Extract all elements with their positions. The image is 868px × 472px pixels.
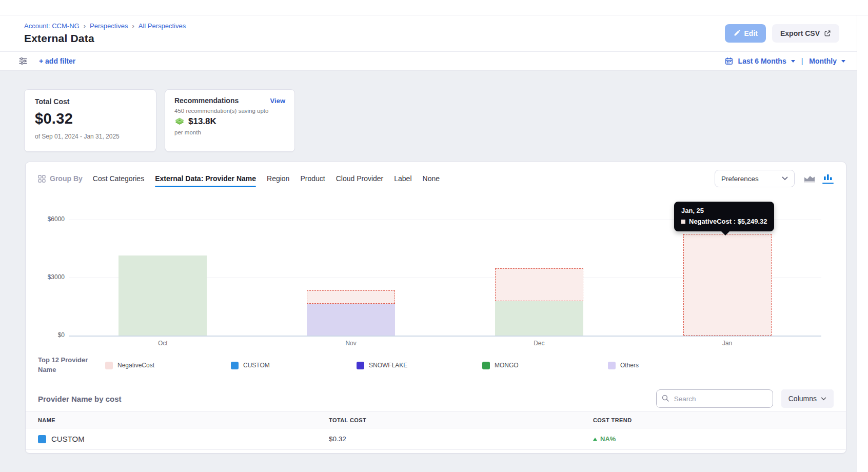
edit-button[interactable]: Edit [725,24,766,43]
breadcrumb-separator: › [84,22,86,30]
legend-label: CUSTOM [243,362,270,369]
y-axis-tick: $0 [38,331,65,339]
breadcrumb-item[interactable]: Perspectives [90,22,128,30]
area-chart-icon [804,174,815,183]
tab-product[interactable]: Product [300,171,325,186]
group-by-label: Group By [50,174,83,183]
area-chart-toggle[interactable] [804,174,815,183]
y-axis-tick: $6000 [38,215,65,223]
table-header-row: NAME TOTAL COST COST TREND [26,411,846,428]
column-header-name[interactable]: NAME [38,417,329,423]
calendar-icon [725,57,733,65]
tab-cloud-provider[interactable]: Cloud Provider [336,171,384,186]
filter-bar: + add filter Last 6 Months | Monthly [0,51,868,71]
x-axis-label: Jan [633,340,821,347]
bar-jan[interactable] [683,234,772,336]
top-strip [0,0,868,15]
chart-legend: Top 12 Provider Name NegativeCostCUSTOMS… [38,354,834,377]
legend-swatch [231,362,239,369]
table-title-row: Provider Name by cost Columns [38,386,834,411]
view-link[interactable]: View [270,97,285,105]
provider-swatch [38,435,46,443]
search-input[interactable] [656,389,773,408]
total-cost-value: $0.32 [35,110,146,127]
chevron-down-icon [841,60,845,63]
pencil-icon [733,30,740,37]
legend-item-custom[interactable]: CUSTOM [231,362,357,369]
bar-segment-negativecost[interactable] [307,290,395,304]
money-icon [174,117,185,126]
group-by-tabs: Cost CategoriesExternal Data: Provider N… [93,171,440,186]
column-header-total-cost[interactable]: TOTAL COST [329,417,593,423]
legend-item-mongo[interactable]: MONGO [482,362,608,369]
chevron-down-icon [821,397,826,401]
total-cost-label: Total Cost [35,97,146,106]
legend-item-negativecost[interactable]: NegativeCost [105,362,231,369]
divider: | [801,57,803,65]
recommendations-card: Recommendations View 450 recommendation(… [165,89,295,152]
legend-label: Others [620,362,639,369]
x-axis-label: Oct [69,340,257,347]
legend-item-snowflake[interactable]: SNOWFLAKE [357,362,482,369]
table-body: CUSTOM$0.32NA% [26,428,846,450]
column-header-cost-trend[interactable]: COST TREND [593,417,834,423]
legend-title: Top 12 Provider Name [38,356,95,375]
bar-oct[interactable] [119,255,207,336]
bar-chart-toggle[interactable] [822,173,834,184]
tooltip-series-bullet [681,220,685,224]
total-cost-cell: $0.32 [329,435,593,443]
group-by-label-wrap: Group By [38,174,83,183]
trend-value: NA% [600,435,616,443]
trend-up-icon [593,438,597,441]
tab-none[interactable]: None [423,171,440,186]
header-actions: Edit Export CSV [725,24,839,43]
bar-dec[interactable] [495,268,583,336]
legend-swatch [105,362,113,369]
bar-segment-negativecost[interactable] [495,268,583,301]
bar-segment-mongo[interactable] [495,301,583,336]
bar-segment-snowflake[interactable] [307,304,395,336]
tab-region[interactable]: Region [267,171,289,186]
search-box [656,389,773,408]
tab-external-data-provider-name[interactable]: External Data: Provider Name [155,171,256,186]
header-left: Account: CCM-NG›Perspectives›All Perspec… [24,22,186,45]
add-filter-button[interactable]: + add filter [39,57,75,65]
legend-items: NegativeCostCUSTOMSNOWFLAKEMONGOOthers [105,362,734,369]
tab-cost-categories[interactable]: Cost Categories [93,171,144,186]
scrollbar-gutter[interactable] [857,15,868,472]
tooltip-value: NegativeCost : $5,249.32 [689,218,767,225]
x-axis-line [69,336,821,337]
preferences-dropdown[interactable]: Preferences [715,170,795,187]
recommendations-line2: per month [174,129,285,135]
cost-trend-cell: NA% [593,435,834,443]
bar-segment-mongo[interactable] [119,255,207,336]
table-row[interactable]: CUSTOM$0.32NA% [26,428,846,450]
perspective-main-card: Group By Cost CategoriesExternal Data: P… [25,162,846,454]
chart-month-labels: OctNovDecJan [69,340,821,347]
bar-segment-negativecost[interactable] [683,234,772,336]
breadcrumb-item[interactable]: All Perspectives [139,22,186,30]
y-axis-tick: $3000 [38,273,65,281]
tab-label[interactable]: Label [394,171,411,186]
bar-slot [257,195,445,336]
page-header: Account: CCM-NG›Perspectives›All Perspec… [0,15,868,51]
granularity-dropdown[interactable]: Monthly [809,57,845,65]
bar-nov[interactable] [307,290,395,336]
table-title: Provider Name by cost [38,395,122,403]
legend-item-others[interactable]: Others [608,362,734,369]
x-axis-label: Dec [445,340,634,347]
date-range-dropdown[interactable]: Last 6 Months [738,57,795,65]
breadcrumb-item[interactable]: Account: CCM-NG [24,22,80,30]
export-csv-button[interactable]: Export CSV [772,24,839,43]
legend-label: SNOWFLAKE [369,362,407,369]
tooltip-arrow [721,231,729,235]
grid-icon [38,175,46,183]
bar-slot [69,195,257,336]
filter-settings-icon[interactable] [18,56,28,66]
columns-button[interactable]: Columns [781,389,834,408]
external-link-icon [824,30,831,37]
breadcrumb: Account: CCM-NG›Perspectives›All Perspec… [24,22,186,30]
legend-swatch [482,362,490,369]
page-title: External Data [24,32,186,45]
chevron-down-icon [791,60,795,63]
